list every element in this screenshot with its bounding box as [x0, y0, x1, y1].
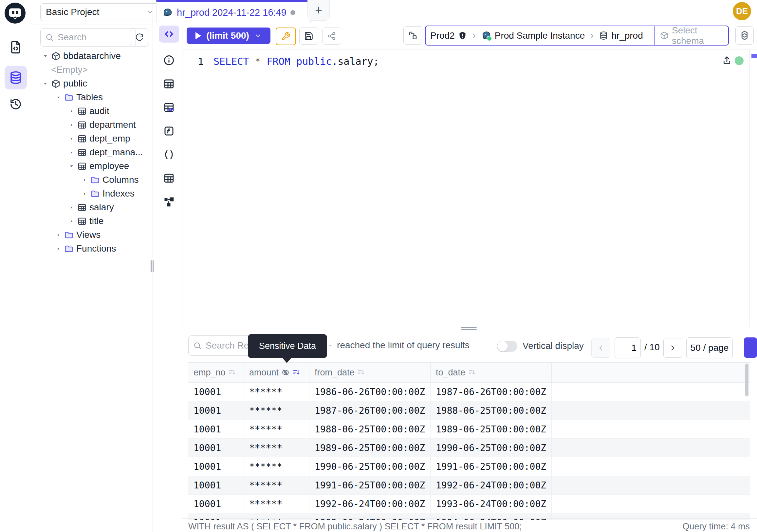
project-selector[interactable]: Basic Project: [40, 3, 160, 21]
caret-right-icon[interactable]: [81, 177, 88, 182]
format-sql-button[interactable]: [276, 27, 296, 45]
sidebar-resize-handle[interactable]: [151, 260, 152, 272]
caret-down-icon[interactable]: [55, 95, 62, 100]
table-row[interactable]: 10001******1989-06-25T00:00:00Z1990-06-2…: [188, 439, 750, 457]
sort-icon[interactable]: [468, 368, 476, 376]
vertical-display-toggle[interactable]: [497, 341, 517, 352]
caret-right-icon[interactable]: [68, 205, 75, 210]
sort-icon[interactable]: [228, 368, 236, 376]
tree-item-salary[interactable]: salary: [31, 201, 153, 214]
caret-right-icon[interactable]: [68, 219, 75, 224]
avatar[interactable]: DE: [733, 2, 751, 20]
caret-right-icon[interactable]: [55, 246, 62, 251]
caret-right-icon[interactable]: [68, 122, 75, 127]
sql-code-line[interactable]: SELECT * FROM public.salary;: [213, 56, 379, 67]
sidebar-resize-handle[interactable]: [153, 260, 154, 272]
table-cell: ******: [244, 420, 309, 438]
strip-item-schema-diagram[interactable]: [163, 196, 175, 208]
caret-right-icon[interactable]: [68, 150, 75, 155]
ai-assistant-button[interactable]: [735, 26, 754, 45]
page-number-input[interactable]: [615, 338, 640, 358]
tree-item-views[interactable]: Views: [31, 228, 153, 242]
refresh-button[interactable]: [130, 28, 149, 47]
tree-item-functions[interactable]: Functions: [31, 242, 153, 256]
editor-scrollbar[interactable]: [749, 49, 750, 327]
run-query-button[interactable]: (limit 500): [187, 27, 270, 44]
column-header-to-date[interactable]: to_date: [431, 363, 552, 382]
strip-item-procedures[interactable]: [163, 149, 175, 161]
table-cell: 1994-06-24T00:00:00Z: [431, 513, 552, 520]
tree-item-label: dept_mana...: [89, 147, 143, 158]
connection-breadcrumb[interactable]: Prod2 Prod Sample Instance hr_prod Selec…: [425, 25, 729, 46]
strip-item-table-list[interactable]: [163, 78, 175, 90]
worksheet-tab[interactable]: hr_prod 2024-11-22 16:49: [156, 0, 311, 23]
tree-item-department[interactable]: department: [31, 118, 153, 132]
table-row[interactable]: 10001******1987-06-26T00:00:00Z1988-06-2…: [188, 401, 750, 420]
shield-icon: [458, 31, 467, 40]
next-page-button[interactable]: [663, 338, 682, 358]
share-icon: [327, 32, 336, 40]
table-cell: 1989-06-25T00:00:00Z: [431, 420, 552, 438]
breadcrumb[interactable]: Prod2 Prod Sample Instance hr_prod: [426, 26, 654, 45]
caret-right-icon[interactable]: [81, 191, 88, 196]
schema-select[interactable]: Select schema: [654, 26, 728, 45]
tree-item-empty[interactable]: <Empty>: [31, 63, 153, 77]
strip-item-functions[interactable]: [163, 125, 175, 137]
caret-right-icon[interactable]: [68, 109, 75, 114]
prev-page-button[interactable]: [591, 338, 610, 358]
save-button[interactable]: [299, 27, 318, 45]
caret-down-icon[interactable]: [42, 81, 48, 86]
table-row[interactable]: 10001******1990-06-25T00:00:00Z1991-06-2…: [188, 457, 750, 476]
caret-down-icon[interactable]: [42, 54, 48, 59]
page-size-select[interactable]: 50 / page: [686, 337, 733, 359]
tree-item-public[interactable]: public: [31, 77, 153, 90]
tree-item-tables[interactable]: Tables: [31, 90, 153, 104]
eye-off-icon[interactable]: [281, 368, 290, 377]
tree-item-audit[interactable]: audit: [31, 104, 153, 118]
tree-item-indexes[interactable]: Indexes: [31, 187, 153, 201]
strip-item-external-tables[interactable]: [163, 172, 175, 184]
table-cell: 1988-06-25T00:00:00Z: [309, 420, 431, 438]
tree-item-dept-emp[interactable]: dept_emp: [31, 132, 153, 145]
column-header-amount[interactable]: amount: [244, 363, 309, 382]
caret-right-icon[interactable]: [68, 136, 75, 141]
tree-item-dept-mana[interactable]: dept_mana...: [31, 145, 153, 159]
strip-item-sql-editor[interactable]: [159, 25, 179, 43]
tree-item-title[interactable]: title: [31, 214, 153, 228]
table-row[interactable]: 10001******1988-06-25T00:00:00Z1989-06-2…: [188, 420, 750, 439]
panel-resize-handle[interactable]: [461, 327, 477, 328]
sort-icon[interactable]: [292, 368, 300, 376]
table-icon: [77, 217, 87, 226]
postgresql-icon: [163, 8, 173, 18]
sidebar-search[interactable]: [40, 28, 136, 47]
connection-panel-button[interactable]: [403, 26, 422, 45]
table-cell: 10001: [188, 513, 244, 520]
history-icon: [9, 98, 22, 111]
column-header-emp-no[interactable]: emp_no: [188, 363, 244, 382]
table-scrollbar-thumb[interactable]: [745, 363, 748, 396]
rail-item-worksheets[interactable]: [5, 37, 26, 58]
tree-item-columns[interactable]: Columns: [31, 173, 153, 187]
upload-icon[interactable]: [722, 55, 732, 66]
table-row[interactable]: 10001******1991-06-25T00:00:00Z1992-06-2…: [188, 476, 750, 495]
table-row[interactable]: 10001******1992-06-24T00:00:00Z1993-06-2…: [188, 495, 750, 513]
share-button[interactable]: [322, 27, 341, 45]
strip-item-masked-data[interactable]: [163, 102, 175, 113]
panel-resize-handle[interactable]: [461, 329, 477, 330]
tree-item-bbdataarchive[interactable]: bbdataarchive: [31, 49, 153, 63]
table-row[interactable]: 10001******1993-06-24T00:00:00Z1994-06-2…: [188, 513, 750, 520]
sort-icon[interactable]: [357, 368, 365, 376]
sidebar-search-input[interactable]: [57, 32, 114, 43]
tree-item-employee[interactable]: employee: [31, 159, 153, 173]
bytebase-logo-icon[interactable]: [5, 3, 25, 24]
rail-item-history[interactable]: [5, 94, 26, 115]
add-tab-button[interactable]: +: [308, 0, 330, 21]
rail-item-databases[interactable]: [5, 66, 27, 89]
column-header-from-date[interactable]: from_date: [309, 363, 431, 382]
caret-right-icon[interactable]: [55, 233, 62, 237]
export-button[interactable]: [744, 337, 757, 358]
table-row[interactable]: 10001******1986-06-26T00:00:00Z1987-06-2…: [188, 383, 750, 401]
strip-item-sheet-info[interactable]: [163, 54, 175, 66]
database-icon: [9, 71, 23, 84]
caret-down-icon[interactable]: [68, 164, 75, 169]
